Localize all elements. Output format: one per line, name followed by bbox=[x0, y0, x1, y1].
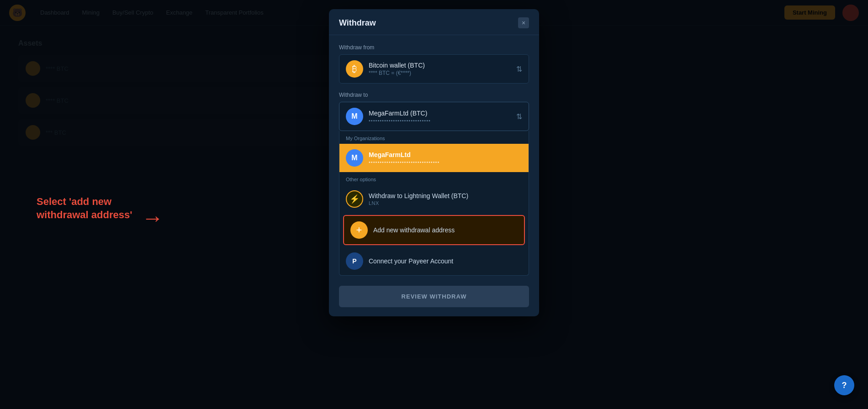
withdraw-modal: Withdraw × Withdraw from ₿ Bitcoin walle… bbox=[329, 9, 539, 316]
add-new-option-name: Add new withdrawal address bbox=[373, 226, 455, 234]
withdraw-to-selector[interactable]: M MegaFarmLtd (BTC) ••••••••••••••••••••… bbox=[339, 102, 529, 131]
withdraw-to-sub: •••••••••••••••••••••••••••• bbox=[369, 118, 511, 123]
modal-overlay: Select 'add new withdrawal address' → Wi… bbox=[0, 0, 868, 409]
help-button[interactable]: ? bbox=[834, 375, 854, 395]
add-new-icon: + bbox=[350, 221, 368, 239]
megafarm-option-sub: •••••••••••••••••••••••••••••••• bbox=[369, 159, 439, 165]
megafarm-option-icon: M bbox=[346, 149, 363, 167]
megafarm-option[interactable]: M MegaFarmLtd ••••••••••••••••••••••••••… bbox=[339, 144, 529, 172]
annotation-container: Select 'add new withdrawal address' → bbox=[37, 195, 137, 221]
payeer-option-name: Connect your Payeer Account bbox=[369, 257, 453, 265]
withdraw-from-text: Bitcoin wallet (BTC) **** BTC = (€****) bbox=[369, 62, 511, 76]
modal-title: Withdraw bbox=[339, 18, 376, 28]
withdraw-from-sub: **** BTC = (€****) bbox=[369, 70, 511, 76]
megafarm-option-text: MegaFarmLtd ••••••••••••••••••••••••••••… bbox=[369, 151, 439, 165]
withdraw-from-label: Withdraw from bbox=[339, 44, 529, 51]
payeer-icon: P bbox=[346, 252, 363, 270]
from-chevron-icon: ⇅ bbox=[516, 65, 522, 73]
withdraw-to-label: Withdraw to bbox=[339, 92, 529, 98]
modal-header: Withdraw × bbox=[329, 9, 539, 35]
lightning-option-name: Withdraw to Lightning Wallet (BTC) bbox=[369, 192, 468, 199]
megafarm-option-name: MegaFarmLtd bbox=[369, 151, 439, 158]
modal-close-button[interactable]: × bbox=[518, 17, 529, 28]
my-organizations-section: My Organizations bbox=[339, 131, 529, 144]
btc-icon: ₿ bbox=[346, 60, 363, 78]
annotation-arrow: → bbox=[142, 207, 164, 229]
megafarm-selected-icon: M bbox=[346, 108, 363, 125]
withdraw-to-dropdown: My Organizations M MegaFarmLtd •••••••••… bbox=[339, 131, 529, 276]
modal-body: Withdraw from ₿ Bitcoin wallet (BTC) ***… bbox=[329, 35, 539, 316]
withdraw-to-name: MegaFarmLtd (BTC) bbox=[369, 110, 511, 117]
other-options-section: Other options bbox=[339, 172, 529, 185]
withdraw-to-text: MegaFarmLtd (BTC) ••••••••••••••••••••••… bbox=[369, 110, 511, 123]
withdraw-from-selector[interactable]: ₿ Bitcoin wallet (BTC) **** BTC = (€****… bbox=[339, 54, 529, 84]
review-withdraw-button[interactable]: REVIEW WITHDRAW bbox=[339, 286, 529, 307]
to-chevron-icon: ⇅ bbox=[516, 112, 522, 121]
payeer-option[interactable]: P Connect your Payeer Account bbox=[339, 247, 529, 275]
lightning-option-sub: LNX bbox=[369, 200, 468, 206]
lightning-option-text: Withdraw to Lightning Wallet (BTC) LNX bbox=[369, 192, 468, 206]
lightning-option[interactable]: ⚡ Withdraw to Lightning Wallet (BTC) LNX bbox=[339, 185, 529, 213]
annotation-text: Select 'add new withdrawal address' bbox=[37, 195, 137, 221]
lightning-icon: ⚡ bbox=[346, 190, 363, 208]
withdraw-from-name: Bitcoin wallet (BTC) bbox=[369, 62, 511, 69]
add-new-withdrawal-option[interactable]: + Add new withdrawal address bbox=[343, 215, 525, 245]
